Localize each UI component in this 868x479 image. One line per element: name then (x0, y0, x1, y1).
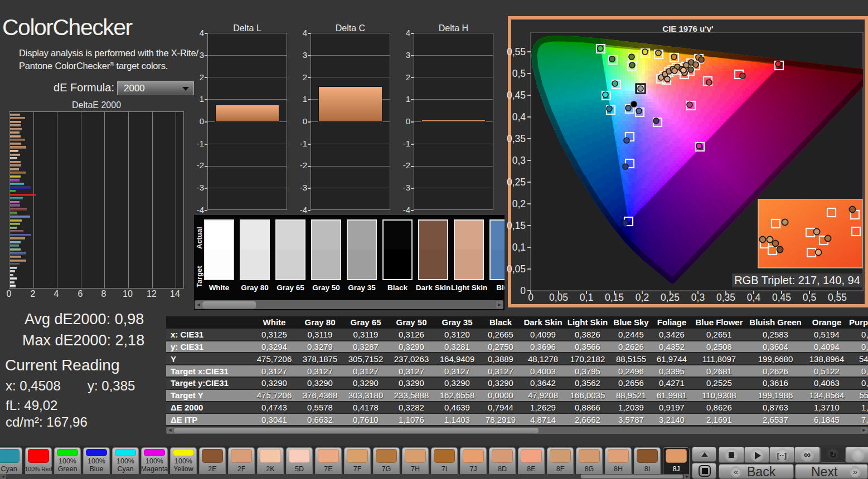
svg-text:0,25: 0,25 (661, 292, 680, 303)
svg-text:0,45: 0,45 (507, 90, 526, 101)
svg-text:0,15: 0,15 (605, 292, 624, 303)
svg-text:0,25: 0,25 (507, 177, 526, 188)
svg-text:0,1: 0,1 (512, 242, 526, 253)
svg-text:0,4: 0,4 (747, 292, 761, 303)
svg-text:0: 0 (528, 292, 534, 303)
svg-text:0,3: 0,3 (512, 155, 526, 166)
svg-text:0,2: 0,2 (636, 292, 649, 303)
svg-text:0: 0 (520, 285, 526, 296)
svg-text:0,35: 0,35 (716, 292, 735, 303)
svg-text:0,05: 0,05 (507, 263, 526, 275)
svg-text:0,05: 0,05 (549, 292, 568, 303)
svg-text:0,4: 0,4 (512, 111, 526, 123)
svg-text:0,3: 0,3 (691, 292, 705, 303)
svg-text:RGB Triplet: 217, 140, 94: RGB Triplet: 217, 140, 94 (734, 274, 860, 286)
svg-text:0,55: 0,55 (507, 46, 526, 57)
svg-text:0,15: 0,15 (507, 220, 526, 231)
svg-text:0,35: 0,35 (507, 133, 526, 144)
svg-text:0,5: 0,5 (803, 292, 816, 303)
svg-text:0,45: 0,45 (772, 292, 791, 303)
svg-text:0,2: 0,2 (512, 198, 526, 209)
svg-text:0,5: 0,5 (512, 68, 526, 79)
svg-text:0,1: 0,1 (580, 292, 593, 303)
svg-text:0,55: 0,55 (828, 292, 847, 303)
